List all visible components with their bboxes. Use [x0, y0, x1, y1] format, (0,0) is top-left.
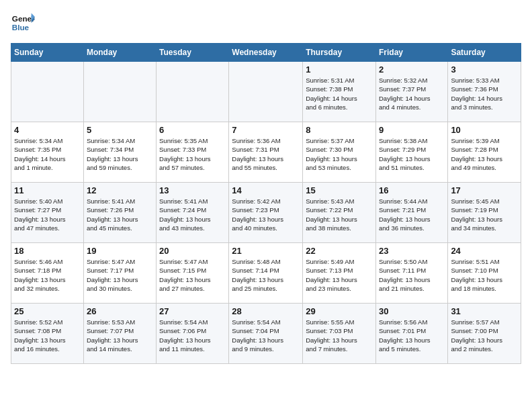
calendar-week-row: 18Sunrise: 5:46 AM Sunset: 7:18 PM Dayli… — [11, 243, 521, 304]
day-info: Sunrise: 5:52 AM Sunset: 7:08 PM Dayligh… — [14, 318, 81, 353]
header-wednesday: Wednesday — [229, 44, 303, 62]
day-info: Sunrise: 5:54 AM Sunset: 7:06 PM Dayligh… — [159, 318, 226, 353]
day-number: 18 — [14, 246, 81, 256]
day-info: Sunrise: 5:54 AM Sunset: 7:04 PM Dayligh… — [232, 318, 300, 353]
svg-text:Blue: Blue — [12, 23, 30, 32]
calendar-week-row: 11Sunrise: 5:40 AM Sunset: 7:27 PM Dayli… — [11, 183, 521, 243]
calendar-day-cell: 31Sunrise: 5:57 AM Sunset: 7:00 PM Dayli… — [448, 304, 521, 364]
day-number: 31 — [451, 306, 518, 316]
header-sunday: Sunday — [11, 44, 84, 62]
calendar-day-cell: 10Sunrise: 5:39 AM Sunset: 7:28 PM Dayli… — [448, 122, 521, 183]
day-info: Sunrise: 5:53 AM Sunset: 7:07 PM Dayligh… — [87, 318, 153, 353]
calendar-day-cell: 13Sunrise: 5:41 AM Sunset: 7:24 PM Dayli… — [157, 183, 229, 243]
calendar-day-cell: 15Sunrise: 5:43 AM Sunset: 7:22 PM Dayli… — [303, 183, 376, 243]
calendar-day-cell: 16Sunrise: 5:44 AM Sunset: 7:21 PM Dayli… — [375, 183, 447, 243]
day-info: Sunrise: 5:33 AM Sunset: 7:36 PM Dayligh… — [451, 76, 518, 111]
day-info: Sunrise: 5:55 AM Sunset: 7:03 PM Dayligh… — [306, 318, 373, 353]
calendar-week-row: 25Sunrise: 5:52 AM Sunset: 7:08 PM Dayli… — [11, 304, 521, 364]
calendar-header-row: SundayMondayTuesdayWednesdayThursdayFrid… — [11, 44, 521, 62]
day-number: 30 — [379, 306, 445, 316]
day-number: 24 — [451, 246, 518, 256]
header-saturday: Saturday — [448, 44, 521, 62]
day-number: 27 — [159, 306, 226, 316]
calendar-day-cell: 11Sunrise: 5:40 AM Sunset: 7:27 PM Dayli… — [11, 183, 84, 243]
calendar-day-cell: 29Sunrise: 5:55 AM Sunset: 7:03 PM Dayli… — [303, 304, 376, 364]
calendar-day-cell: 26Sunrise: 5:53 AM Sunset: 7:07 PM Dayli… — [83, 304, 156, 364]
day-number: 12 — [87, 185, 153, 195]
day-number: 29 — [306, 306, 373, 316]
day-info: Sunrise: 5:47 AM Sunset: 7:17 PM Dayligh… — [87, 257, 153, 293]
day-info: Sunrise: 5:48 AM Sunset: 7:14 PM Dayligh… — [232, 257, 300, 293]
day-number: 19 — [87, 246, 153, 256]
day-number: 7 — [232, 125, 300, 135]
calendar-day-cell: 17Sunrise: 5:45 AM Sunset: 7:19 PM Dayli… — [448, 183, 521, 243]
header-friday: Friday — [375, 44, 447, 62]
header-monday: Monday — [83, 44, 156, 62]
header-tuesday: Tuesday — [157, 44, 229, 62]
day-info: Sunrise: 5:56 AM Sunset: 7:01 PM Dayligh… — [379, 318, 445, 353]
day-info: Sunrise: 5:43 AM Sunset: 7:22 PM Dayligh… — [306, 197, 373, 232]
calendar-day-cell: 5Sunrise: 5:34 AM Sunset: 7:34 PM Daylig… — [83, 122, 156, 183]
calendar-day-cell: 18Sunrise: 5:46 AM Sunset: 7:18 PM Dayli… — [11, 243, 84, 304]
day-info: Sunrise: 5:35 AM Sunset: 7:33 PM Dayligh… — [159, 136, 226, 172]
day-number: 28 — [232, 306, 300, 316]
day-info: Sunrise: 5:50 AM Sunset: 7:11 PM Dayligh… — [379, 257, 445, 293]
day-info: Sunrise: 5:32 AM Sunset: 7:37 PM Dayligh… — [379, 76, 445, 111]
calendar-table: SundayMondayTuesdayWednesdayThursdayFrid… — [11, 43, 521, 364]
calendar-day-cell: 19Sunrise: 5:47 AM Sunset: 7:17 PM Dayli… — [83, 243, 156, 304]
calendar-day-cell: 4Sunrise: 5:34 AM Sunset: 7:35 PM Daylig… — [11, 122, 84, 183]
calendar-day-cell: 2Sunrise: 5:32 AM Sunset: 7:37 PM Daylig… — [375, 62, 447, 122]
day-number: 6 — [159, 125, 226, 135]
day-number: 10 — [451, 125, 518, 135]
logo: General Blue — [11, 11, 35, 38]
day-number: 25 — [14, 306, 81, 316]
calendar-day-cell: 25Sunrise: 5:52 AM Sunset: 7:08 PM Dayli… — [11, 304, 84, 364]
day-number: 26 — [87, 306, 153, 316]
calendar-day-cell: 1Sunrise: 5:31 AM Sunset: 7:38 PM Daylig… — [303, 62, 376, 122]
day-info: Sunrise: 5:42 AM Sunset: 7:23 PM Dayligh… — [232, 197, 300, 232]
day-number: 15 — [306, 185, 373, 195]
calendar-day-cell — [229, 62, 303, 122]
calendar-day-cell: 7Sunrise: 5:36 AM Sunset: 7:31 PM Daylig… — [229, 122, 303, 183]
day-info: Sunrise: 5:34 AM Sunset: 7:35 PM Dayligh… — [14, 136, 81, 172]
calendar-day-cell — [11, 62, 84, 122]
day-info: Sunrise: 5:40 AM Sunset: 7:27 PM Dayligh… — [14, 197, 81, 232]
calendar-day-cell — [83, 62, 156, 122]
header-thursday: Thursday — [303, 44, 376, 62]
calendar-day-cell: 23Sunrise: 5:50 AM Sunset: 7:11 PM Dayli… — [375, 243, 447, 304]
calendar-day-cell: 30Sunrise: 5:56 AM Sunset: 7:01 PM Dayli… — [375, 304, 447, 364]
day-info: Sunrise: 5:39 AM Sunset: 7:28 PM Dayligh… — [451, 136, 518, 172]
calendar-day-cell: 20Sunrise: 5:47 AM Sunset: 7:15 PM Dayli… — [157, 243, 229, 304]
calendar-day-cell: 14Sunrise: 5:42 AM Sunset: 7:23 PM Dayli… — [229, 183, 303, 243]
day-info: Sunrise: 5:57 AM Sunset: 7:00 PM Dayligh… — [451, 318, 518, 353]
day-number: 14 — [232, 185, 300, 195]
day-info: Sunrise: 5:36 AM Sunset: 7:31 PM Dayligh… — [232, 136, 300, 172]
day-number: 11 — [14, 185, 81, 195]
calendar-day-cell — [157, 62, 229, 122]
day-info: Sunrise: 5:51 AM Sunset: 7:10 PM Dayligh… — [451, 257, 518, 293]
day-number: 23 — [379, 246, 445, 256]
day-number: 1 — [306, 64, 373, 75]
day-number: 21 — [232, 246, 300, 256]
day-info: Sunrise: 5:37 AM Sunset: 7:30 PM Dayligh… — [306, 136, 373, 172]
day-number: 13 — [159, 185, 226, 195]
page-header: General Blue — [11, 11, 521, 38]
day-number: 4 — [14, 125, 81, 135]
calendar-day-cell: 8Sunrise: 5:37 AM Sunset: 7:30 PM Daylig… — [303, 122, 376, 183]
day-number: 8 — [306, 125, 373, 135]
day-info: Sunrise: 5:46 AM Sunset: 7:18 PM Dayligh… — [14, 257, 81, 293]
calendar-day-cell: 21Sunrise: 5:48 AM Sunset: 7:14 PM Dayli… — [229, 243, 303, 304]
calendar-day-cell: 24Sunrise: 5:51 AM Sunset: 7:10 PM Dayli… — [448, 243, 521, 304]
calendar-day-cell: 27Sunrise: 5:54 AM Sunset: 7:06 PM Dayli… — [157, 304, 229, 364]
day-info: Sunrise: 5:34 AM Sunset: 7:34 PM Dayligh… — [87, 136, 153, 172]
day-number: 17 — [451, 185, 518, 195]
day-info: Sunrise: 5:49 AM Sunset: 7:13 PM Dayligh… — [306, 257, 373, 293]
logo-icon: General Blue — [11, 11, 35, 35]
day-number: 3 — [451, 64, 518, 75]
day-info: Sunrise: 5:41 AM Sunset: 7:26 PM Dayligh… — [87, 197, 153, 232]
day-number: 5 — [87, 125, 153, 135]
day-number: 2 — [379, 64, 445, 75]
calendar-day-cell: 22Sunrise: 5:49 AM Sunset: 7:13 PM Dayli… — [303, 243, 376, 304]
calendar-day-cell: 12Sunrise: 5:41 AM Sunset: 7:26 PM Dayli… — [83, 183, 156, 243]
day-info: Sunrise: 5:47 AM Sunset: 7:15 PM Dayligh… — [159, 257, 226, 293]
